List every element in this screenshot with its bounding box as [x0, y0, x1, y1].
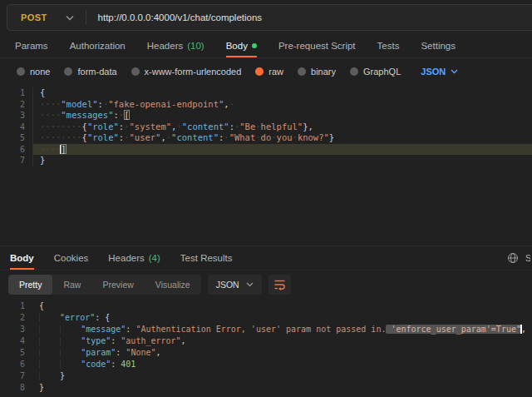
code-token: }, [303, 122, 313, 132]
selected-text: 'enforce_user_param'=True" [386, 325, 521, 334]
code-line[interactable]: 4"type": "auth_error", [0, 335, 532, 347]
code-line[interactable]: 1{ [0, 87, 532, 99]
body-type-raw[interactable]: raw [255, 67, 283, 77]
body-type-label: raw [268, 67, 283, 77]
tab-count: (10) [187, 41, 204, 51]
method-selector[interactable]: POST [7, 12, 86, 22]
code-line[interactable]: 6"code": 401 [0, 359, 532, 370]
response-meta: St [507, 246, 532, 270]
line-number: 5 [0, 132, 33, 144]
code-line[interactable]: 3"message": "Authentication Error, 'user… [0, 324, 532, 335]
body-type-none[interactable]: none [17, 67, 50, 77]
code-line[interactable]: 4········{"role":·"system",·"content":·"… [0, 122, 532, 133]
code-token: ········ [40, 122, 82, 132]
code-line[interactable]: 7} [0, 370, 532, 382]
code-content: "message": "Authentication Error, 'user'… [32, 324, 532, 335]
response-view-switcher: PrettyRawPreviewVisualize [8, 275, 201, 295]
code-content: { [33, 87, 532, 99]
tab-label: Headers [147, 41, 183, 51]
line-number: 6 [0, 144, 33, 156]
code-token: "Be [239, 122, 255, 132]
code-line[interactable]: 5········{"role":·"user",·"content":·"Wh… [0, 132, 532, 144]
matched-bracket: ] [61, 144, 66, 154]
code-line[interactable]: 3····"messages":·[ [0, 110, 532, 122]
code-token: } [39, 383, 44, 392]
tab-headers[interactable]: Headers(4) [108, 246, 160, 270]
code-token: "messages" [61, 110, 113, 120]
wrap-text-button[interactable] [268, 275, 291, 295]
code-line[interactable]: 6····] [0, 144, 532, 156]
request-body-editor[interactable]: 1{2····"model":·"fake-openai-endpoint",·… [0, 84, 532, 246]
code-line[interactable]: 8} [0, 382, 532, 394]
tab-body[interactable]: Body [226, 35, 257, 57]
tab-label: Cookies [54, 253, 89, 263]
tab-params[interactable]: Params [15, 35, 48, 57]
code-content: ········{"role":·"user",·"content":·"Wha… [33, 132, 532, 144]
code-token: "content" [182, 122, 229, 132]
code-line[interactable]: 7} [0, 155, 532, 166]
tab-label: Tests [377, 41, 400, 51]
tab-label: Body [10, 253, 34, 263]
body-type-binary[interactable]: binary [298, 67, 336, 77]
tab-pre-request-script[interactable]: Pre-request Script [278, 35, 356, 57]
line-number: 2 [0, 312, 32, 324]
code-token: "code" [81, 360, 111, 369]
body-language-selector[interactable]: JSON [421, 67, 458, 77]
code-token: ···· [40, 144, 61, 154]
code-content: { [32, 300, 532, 312]
code-token: : [111, 336, 121, 345]
line-number: 7 [0, 155, 33, 166]
status-text-clipped: St [525, 253, 530, 263]
indent-guide [60, 349, 81, 357]
tab-settings[interactable]: Settings [421, 35, 456, 57]
code-token: "What [229, 132, 256, 142]
code-line[interactable]: 1{ [0, 300, 532, 312]
tab-authorization[interactable]: Authorization [70, 35, 126, 57]
line-number: 1 [0, 300, 32, 312]
wrap-text-icon [273, 279, 286, 290]
code-token: { [40, 87, 45, 97]
code-token: } [60, 371, 65, 380]
body-type-label: none [30, 67, 50, 77]
code-token: "role" [87, 122, 119, 132]
body-type-graphql[interactable]: GraphQL [350, 67, 401, 77]
code-token: "Authentication Error, 'user' param not … [135, 325, 386, 334]
code-token: : [116, 348, 126, 357]
response-toolbar: PrettyRawPreviewVisualize JSON [0, 270, 532, 298]
tab-body[interactable]: Body [10, 246, 34, 270]
code-token: "role" [87, 132, 119, 142]
request-tabs: ParamsAuthorizationHeaders(10)BodyPre-re… [0, 35, 532, 58]
code-line[interactable]: 2····"model":·"fake-openai-endpoint",· [0, 99, 532, 111]
tab-tests[interactable]: Tests [377, 35, 400, 57]
view-visualize[interactable]: Visualize [145, 275, 201, 295]
response-tabs: BodyCookiesHeaders(4)Test Results St [0, 246, 532, 270]
body-type-form-data[interactable]: form-data [64, 67, 116, 77]
line-number: 6 [0, 359, 32, 370]
body-type-x-www-form-urlencoded[interactable]: x-www-form-urlencoded [131, 67, 242, 77]
indent-guide [60, 337, 81, 345]
response-body-editor[interactable]: 1{2"error": {3"message": "Authentication… [0, 298, 532, 394]
code-line[interactable]: 5"param": "None", [0, 347, 532, 359]
globe-icon[interactable] [507, 252, 519, 264]
tab-label: Test Results [180, 253, 233, 263]
request-url-row: POST http://0.0.0.0:4000/v1/chat/complet… [0, 0, 532, 35]
code-content: } [33, 155, 532, 166]
tab-headers[interactable]: Headers(10) [147, 35, 204, 57]
line-number: 5 [0, 347, 32, 359]
response-language-selector[interactable]: JSON [208, 275, 262, 295]
code-content: "code": 401 [32, 359, 532, 370]
tab-test-results[interactable]: Test Results [180, 246, 233, 270]
code-token: do [261, 132, 272, 142]
tab-cookies[interactable]: Cookies [54, 246, 89, 270]
indent-guide [39, 360, 60, 369]
code-line[interactable]: 2"error": { [0, 312, 532, 324]
line-number: 3 [0, 324, 32, 335]
view-preview[interactable]: Preview [91, 275, 144, 295]
url-input[interactable]: http://0.0.0.0:4000/v1/chat/completions [86, 12, 263, 22]
tab-label: Pre-request Script [278, 41, 356, 51]
code-token: · [229, 99, 234, 109]
code-token: "fake-openai-endpoint" [108, 99, 224, 109]
view-raw[interactable]: Raw [52, 275, 91, 295]
view-pretty[interactable]: Pretty [8, 275, 52, 295]
method-label: POST [21, 12, 47, 22]
